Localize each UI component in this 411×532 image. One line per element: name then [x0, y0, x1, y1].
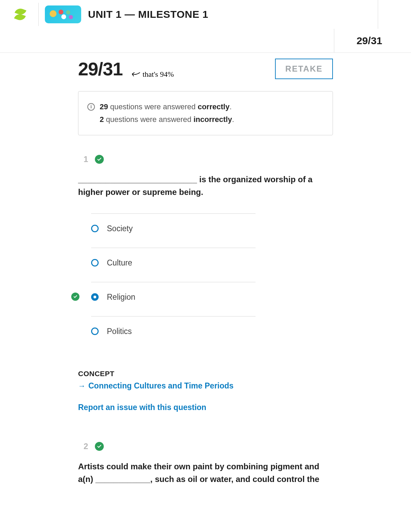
question-text: Artists could make their own paint by co…	[75, 460, 336, 485]
question-header: 2	[84, 442, 336, 451]
summary-incorrect: 2 questions were answered incorrectly.	[100, 115, 234, 124]
score-big: 29/31	[78, 58, 123, 79]
radio-icon	[91, 259, 99, 267]
score-row: 29/31 that's 94% RETAKE	[75, 58, 336, 79]
report-issue-link[interactable]: Report an issue with this question	[78, 403, 206, 412]
leaf-logo-icon	[13, 7, 28, 22]
retake-button[interactable]: RETAKE	[275, 59, 333, 79]
question-header: 1	[84, 154, 336, 164]
unit-title: UNIT 1 — MILESTONE 1	[88, 9, 208, 20]
choice-label: Society	[107, 224, 133, 233]
answer-choice[interactable]: Culture	[91, 248, 256, 282]
top-bar: UNIT 1 — MILESTONE 1	[0, 0, 411, 29]
radio-icon	[91, 293, 99, 301]
check-icon	[95, 155, 104, 164]
arrow-right-icon: →	[78, 382, 86, 391]
question-text: __________________________ is the organi…	[75, 173, 336, 198]
check-icon	[95, 442, 104, 451]
concept-block: CONCEPT → Connecting Cultures and Time P…	[75, 370, 336, 412]
answer-choice[interactable]: Politics	[91, 316, 256, 350]
hand-annotation: that's 94%	[130, 70, 174, 79]
concept-heading: CONCEPT	[78, 370, 333, 378]
score-strip: 29/31	[0, 29, 411, 53]
answer-choice[interactable]: Society	[91, 213, 256, 248]
unit-thumbnail[interactable]	[45, 5, 81, 23]
question-number: 1	[84, 154, 88, 164]
summary-box: i 29 questions were answered correctly. …	[78, 91, 333, 135]
radio-icon	[91, 225, 99, 232]
brand-logo[interactable]	[8, 9, 32, 20]
main-content: 29/31 that's 94% RETAKE i 29 questions w…	[75, 53, 336, 486]
answer-choices: Society Culture Religion Politics	[91, 213, 256, 350]
question-number: 2	[84, 442, 88, 451]
answer-choice[interactable]: Religion	[91, 282, 256, 316]
divider	[38, 3, 39, 26]
arrow-left-icon	[130, 71, 140, 79]
concept-link[interactable]: → Connecting Cultures and Time Periods	[78, 381, 234, 391]
choice-label: Culture	[107, 258, 132, 268]
check-icon	[71, 293, 79, 301]
summary-correct: 29 questions were answered correctly.	[100, 100, 232, 113]
info-icon: i	[87, 103, 95, 111]
score-small: 29/31	[357, 35, 382, 47]
radio-icon	[91, 327, 99, 335]
choice-label: Religion	[107, 293, 135, 302]
divider	[334, 29, 334, 52]
divider	[378, 0, 378, 29]
choice-label: Politics	[107, 327, 132, 336]
palette-icon	[50, 10, 57, 17]
